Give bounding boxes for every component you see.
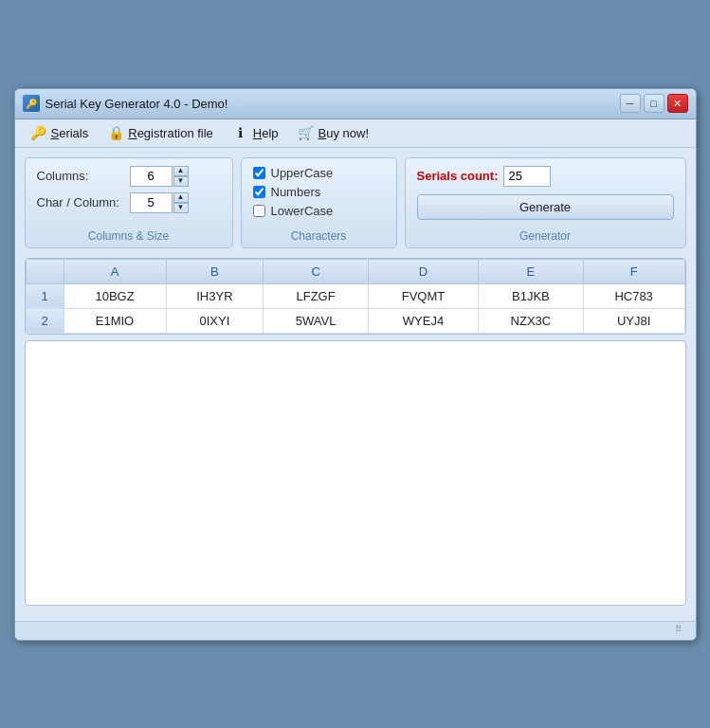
table-row: 2E1MIO0IXYI5WAVLWYEJ4NZX3CUYJ8I	[26, 308, 684, 333]
char-column-spinner-buttons: ▲ ▼	[173, 192, 189, 213]
char-column-up-button[interactable]: ▲	[173, 192, 189, 203]
table-cell-row-num: 1	[26, 283, 64, 308]
status-bar: ⠿	[15, 621, 696, 640]
lowercase-label[interactable]: LowerCase	[271, 204, 334, 218]
table-row: 110BGZIH3YRLFZGFFVQMTB1JKBHC783	[26, 283, 684, 308]
characters-section-label: Characters	[242, 229, 396, 243]
table-header: A B C D E F	[26, 259, 684, 283]
table-cell-4: B1JKB	[479, 283, 584, 308]
menu-serials[interactable]: 🔑 Serials	[23, 121, 97, 144]
lowercase-checkbox[interactable]	[253, 205, 265, 217]
columns-field-row: Columns: ▲ ▼	[37, 166, 221, 187]
char-column-label: Char / Column:	[37, 195, 122, 209]
columns-spinner: ▲ ▼	[130, 166, 189, 187]
buynow-menu-icon: 🛒	[298, 124, 315, 141]
table-cell-2: 5WAVL	[264, 308, 369, 333]
table-cell-row-num: 2	[26, 308, 64, 333]
empty-area	[25, 340, 686, 606]
serials-table-container: A B C D E F 110BGZIH3YRLFZGFFVQMTB1JKBHC…	[25, 258, 686, 335]
generator-section-label: Generator	[406, 229, 685, 243]
menu-bar: 🔑 Serials 🔒 Registration file ℹ Help 🛒 B…	[15, 119, 696, 148]
app-icon: 🔑	[23, 95, 40, 112]
char-column-field-row: Char / Column: ▲ ▼	[37, 192, 221, 213]
main-window: 🔑 Serial Key Generator 4.0 - Demo! ─ □ ✕…	[14, 88, 697, 641]
uppercase-checkbox[interactable]	[253, 167, 265, 179]
characters-section: UpperCase Numbers LowerCase Characters	[241, 157, 397, 248]
window-title: Serial Key Generator 4.0 - Demo!	[46, 97, 228, 111]
columns-up-button[interactable]: ▲	[173, 166, 189, 176]
char-column-down-button[interactable]: ▼	[173, 203, 189, 213]
table-body: 110BGZIH3YRLFZGFFVQMTB1JKBHC7832E1MIO0IX…	[26, 283, 684, 333]
uppercase-row: UpperCase	[253, 166, 385, 180]
table-cell-0: E1MIO	[64, 308, 166, 333]
registration-menu-icon: 🔒	[107, 124, 124, 141]
minimize-button[interactable]: ─	[620, 94, 641, 113]
serials-count-label: Serials count:	[417, 169, 499, 183]
registration-menu-label: Registration file	[128, 126, 213, 140]
table-cell-4: NZX3C	[479, 308, 584, 333]
menu-buynow[interactable]: 🛒 Buy now!	[290, 121, 376, 144]
char-column-input[interactable]	[130, 192, 173, 213]
table-cell-5: UYJ8I	[583, 308, 684, 333]
generate-button[interactable]: Generate	[417, 194, 674, 220]
uppercase-label[interactable]: UpperCase	[271, 166, 334, 180]
help-menu-icon: ℹ	[232, 124, 249, 141]
table-cell-3: WYEJ4	[368, 308, 478, 333]
numbers-label[interactable]: Numbers	[271, 185, 321, 199]
lowercase-row: LowerCase	[253, 204, 385, 218]
table-cell-0: 10BGZ	[64, 283, 166, 308]
serials-count-row: Serials count:	[417, 166, 674, 187]
table-header-a: A	[64, 259, 166, 283]
title-bar-left: 🔑 Serial Key Generator 4.0 - Demo!	[23, 95, 228, 112]
columns-section: Columns: ▲ ▼ Char / Column: ▲	[25, 157, 233, 248]
resize-grip[interactable]: ⠿	[675, 624, 688, 637]
columns-label: Columns:	[37, 169, 122, 183]
serials-menu-icon: 🔑	[30, 124, 47, 141]
serials-table: A B C D E F 110BGZIH3YRLFZGFFVQMTB1JKBHC…	[26, 259, 685, 334]
generator-section: Serials count: Generate Generator	[405, 157, 686, 248]
menu-help[interactable]: ℹ Help	[225, 121, 286, 144]
main-content: Columns: ▲ ▼ Char / Column: ▲	[15, 148, 696, 621]
close-button[interactable]: ✕	[667, 94, 688, 113]
table-cell-1: 0IXYI	[166, 308, 264, 333]
table-cell-3: FVQMT	[368, 283, 478, 308]
menu-registration[interactable]: 🔒 Registration file	[100, 121, 221, 144]
controls-panel: Columns: ▲ ▼ Char / Column: ▲	[25, 157, 686, 248]
columns-section-label: Columns & Size	[26, 229, 232, 243]
numbers-row: Numbers	[253, 185, 385, 199]
numbers-checkbox[interactable]	[253, 186, 265, 198]
columns-down-button[interactable]: ▼	[173, 176, 189, 187]
columns-spinner-buttons: ▲ ▼	[173, 166, 189, 187]
table-header-c: C	[264, 259, 369, 283]
help-menu-label: Help	[253, 126, 279, 140]
serials-menu-label: Serials	[51, 126, 89, 140]
table-header-b: B	[166, 259, 264, 283]
maximize-button[interactable]: □	[644, 94, 664, 113]
table-header-f: F	[583, 259, 684, 283]
buynow-menu-label: Buy now!	[319, 126, 369, 140]
serials-count-input[interactable]	[503, 166, 551, 187]
table-cell-2: LFZGF	[264, 283, 369, 308]
columns-input[interactable]	[130, 166, 173, 187]
char-column-spinner: ▲ ▼	[130, 192, 189, 213]
table-header-row: A B C D E F	[26, 259, 684, 283]
title-controls: ─ □ ✕	[620, 94, 688, 113]
table-cell-1: IH3YR	[166, 283, 264, 308]
table-header-row-num	[26, 259, 64, 283]
table-header-e: E	[479, 259, 584, 283]
title-bar: 🔑 Serial Key Generator 4.0 - Demo! ─ □ ✕	[15, 89, 696, 119]
table-header-d: D	[368, 259, 478, 283]
table-cell-5: HC783	[583, 283, 684, 308]
